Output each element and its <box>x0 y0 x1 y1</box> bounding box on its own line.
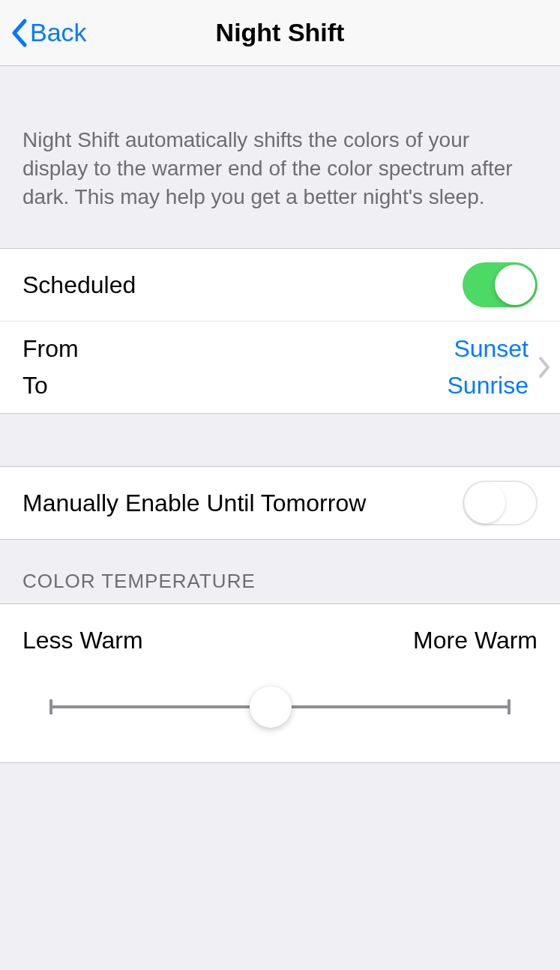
manual-toggle[interactable] <box>463 481 538 525</box>
schedule-group: Scheduled From To Sunset Sunrise <box>0 248 560 414</box>
less-warm-label: Less Warm <box>22 627 143 654</box>
intro-text: Night Shift automatically shifts the col… <box>0 66 560 248</box>
more-warm-label: More Warm <box>413 627 538 654</box>
manual-label: Manually Enable Until Tomorrow <box>22 489 463 517</box>
color-temperature-header: COLOR TEMPERATURE <box>0 540 560 603</box>
schedule-left-labels: From To <box>22 335 448 400</box>
scheduled-toggle[interactable] <box>463 262 538 307</box>
chevron-right-icon <box>538 356 551 379</box>
manual-row: Manually Enable Until Tomorrow <box>0 467 560 539</box>
color-temperature-card: Less Warm More Warm <box>0 603 560 763</box>
to-label: To <box>22 372 448 400</box>
from-label: From <box>22 335 448 363</box>
schedule-right-values: Sunset Sunrise <box>448 335 529 400</box>
scheduled-row: Scheduled <box>0 249 560 321</box>
chevron-left-icon <box>10 19 27 47</box>
toggle-knob <box>495 265 535 305</box>
schedule-time-row[interactable]: From To Sunset Sunrise <box>0 321 560 413</box>
manual-group: Manually Enable Until Tomorrow <box>0 466 560 540</box>
navbar: Back Night Shift <box>0 0 560 66</box>
slider-tick-min <box>49 699 52 714</box>
back-label: Back <box>30 18 87 47</box>
toggle-knob <box>465 483 505 523</box>
from-value: Sunset <box>448 335 529 363</box>
back-button[interactable]: Back <box>0 18 87 47</box>
scheduled-label: Scheduled <box>22 271 463 299</box>
to-value: Sunrise <box>448 372 529 400</box>
color-temperature-slider[interactable] <box>49 686 511 728</box>
slider-tick-max <box>508 699 511 714</box>
slider-thumb[interactable] <box>250 686 292 728</box>
